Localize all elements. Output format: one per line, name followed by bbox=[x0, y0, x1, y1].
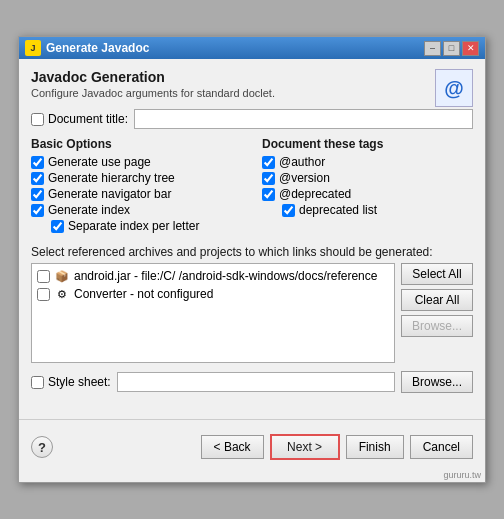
checkbox-hierarchy-tree[interactable] bbox=[31, 172, 44, 185]
checkbox-separate-index[interactable] bbox=[51, 220, 64, 233]
next-button[interactable]: Next > bbox=[270, 434, 340, 460]
watermark: gururu.tw bbox=[19, 470, 485, 482]
label-navigator-bar: Generate navigator bar bbox=[48, 187, 171, 201]
content-area: Javadoc Generation Configure Javadoc arg… bbox=[19, 59, 485, 411]
maximize-button[interactable]: □ bbox=[443, 41, 460, 56]
stylesheet-label: Style sheet: bbox=[48, 375, 111, 389]
close-button[interactable]: ✕ bbox=[462, 41, 479, 56]
archives-section-label: Select referenced archives and projects … bbox=[31, 245, 473, 259]
label-generate-index: Generate index bbox=[48, 203, 130, 217]
stylesheet-checkbox-label: Style sheet: bbox=[31, 375, 111, 389]
option-version: @version bbox=[262, 171, 473, 185]
doc-title-checkbox-label: Document title: bbox=[31, 112, 128, 126]
option-use-page: Generate use page bbox=[31, 155, 242, 169]
doc-title-input[interactable] bbox=[134, 109, 473, 129]
help-button[interactable]: ? bbox=[31, 436, 53, 458]
doc-title-checkbox[interactable] bbox=[31, 113, 44, 126]
doc-title-row: Document title: bbox=[31, 109, 473, 129]
checkbox-deprecated-list[interactable] bbox=[282, 204, 295, 217]
checkbox-author[interactable] bbox=[262, 156, 275, 169]
archives-section: 📦 android.jar - file:/C/ /android-sdk-wi… bbox=[31, 263, 473, 363]
checkbox-android-jar[interactable] bbox=[37, 270, 50, 283]
window-icon: J bbox=[25, 40, 41, 56]
header-row: Javadoc Generation Configure Javadoc arg… bbox=[31, 69, 473, 109]
footer: ? < Back Next > Finish Cancel bbox=[19, 428, 485, 470]
footer-right: < Back Next > Finish Cancel bbox=[201, 434, 473, 460]
android-jar-text: android.jar - file:/C/ /android-sdk-wind… bbox=[74, 269, 377, 283]
main-window: J Generate Javadoc – □ ✕ Javadoc Generat… bbox=[18, 36, 486, 483]
archive-item-converter[interactable]: ⚙ Converter - not configured bbox=[35, 285, 391, 303]
doc-title-label: Document title: bbox=[48, 112, 128, 126]
browse-stylesheet-button[interactable]: Browse... bbox=[401, 371, 473, 393]
page-title: Javadoc Generation bbox=[31, 69, 275, 85]
label-author: @author bbox=[279, 155, 325, 169]
label-deprecated: @deprecated bbox=[279, 187, 351, 201]
doc-tags-col: Document these tags @author @version @de… bbox=[262, 137, 473, 235]
option-deprecated-list: deprecated list bbox=[262, 203, 473, 217]
footer-left: ? bbox=[31, 436, 53, 458]
label-version: @version bbox=[279, 171, 330, 185]
titlebar-controls: – □ ✕ bbox=[424, 41, 479, 56]
browse-archives-button[interactable]: Browse... bbox=[401, 315, 473, 337]
label-use-page: Generate use page bbox=[48, 155, 151, 169]
option-separate-index: Separate index per letter bbox=[31, 219, 242, 233]
javadoc-logo bbox=[435, 69, 473, 107]
select-all-button[interactable]: Select All bbox=[401, 263, 473, 285]
archives-buttons: Select All Clear All Browse... bbox=[401, 263, 473, 363]
doc-tags-header: Document these tags bbox=[262, 137, 473, 151]
checkbox-converter[interactable] bbox=[37, 288, 50, 301]
back-button[interactable]: < Back bbox=[201, 435, 264, 459]
option-author: @author bbox=[262, 155, 473, 169]
option-navigator-bar: Generate navigator bar bbox=[31, 187, 242, 201]
stylesheet-input[interactable] bbox=[117, 372, 395, 392]
cancel-button[interactable]: Cancel bbox=[410, 435, 473, 459]
archives-list: 📦 android.jar - file:/C/ /android-sdk-wi… bbox=[31, 263, 395, 363]
android-jar-icon: 📦 bbox=[54, 268, 70, 284]
footer-separator bbox=[19, 419, 485, 420]
option-hierarchy-tree: Generate hierarchy tree bbox=[31, 171, 242, 185]
header-text: Javadoc Generation Configure Javadoc arg… bbox=[31, 69, 275, 109]
stylesheet-checkbox[interactable] bbox=[31, 376, 44, 389]
page-subtitle: Configure Javadoc arguments for standard… bbox=[31, 87, 275, 99]
label-hierarchy-tree: Generate hierarchy tree bbox=[48, 171, 175, 185]
label-separate-index: Separate index per letter bbox=[68, 219, 199, 233]
basic-options-col: Basic Options Generate use page Generate… bbox=[31, 137, 242, 235]
option-generate-index: Generate index bbox=[31, 203, 242, 217]
titlebar: J Generate Javadoc – □ ✕ bbox=[19, 37, 485, 59]
minimize-button[interactable]: – bbox=[424, 41, 441, 56]
window-title: Generate Javadoc bbox=[46, 41, 149, 55]
checkbox-use-page[interactable] bbox=[31, 156, 44, 169]
clear-all-button[interactable]: Clear All bbox=[401, 289, 473, 311]
stylesheet-row: Style sheet: Browse... bbox=[31, 371, 473, 393]
options-row: Basic Options Generate use page Generate… bbox=[31, 137, 473, 235]
titlebar-left: J Generate Javadoc bbox=[25, 40, 149, 56]
archive-item-android[interactable]: 📦 android.jar - file:/C/ /android-sdk-wi… bbox=[35, 267, 391, 285]
basic-options-header: Basic Options bbox=[31, 137, 242, 151]
option-deprecated: @deprecated bbox=[262, 187, 473, 201]
checkbox-generate-index[interactable] bbox=[31, 204, 44, 217]
finish-button[interactable]: Finish bbox=[346, 435, 404, 459]
checkbox-deprecated[interactable] bbox=[262, 188, 275, 201]
checkbox-version[interactable] bbox=[262, 172, 275, 185]
checkbox-navigator-bar[interactable] bbox=[31, 188, 44, 201]
label-deprecated-list: deprecated list bbox=[299, 203, 377, 217]
converter-text: Converter - not configured bbox=[74, 287, 213, 301]
converter-icon: ⚙ bbox=[54, 286, 70, 302]
